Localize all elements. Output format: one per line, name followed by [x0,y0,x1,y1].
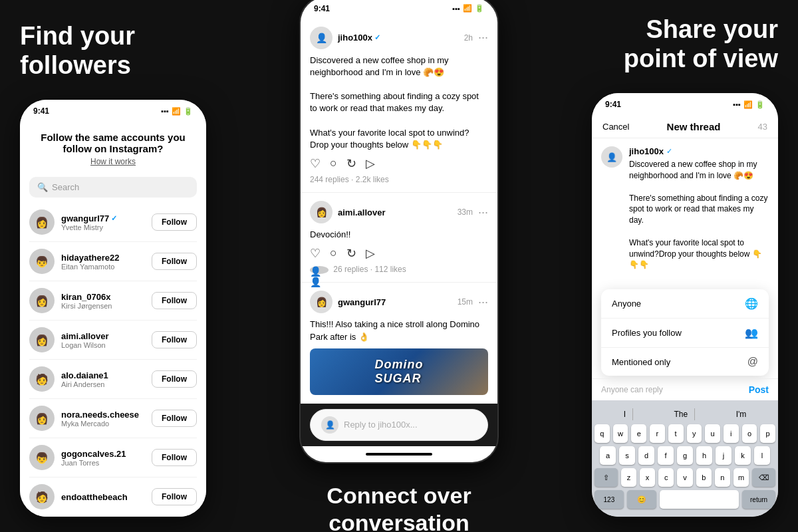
key-t[interactable]: t [668,424,684,443]
keyboard-row-3: ⇧ z x c v b n m ⌫ [595,468,775,487]
post-header: 👩 aimi.allover 33m ··· [310,201,488,223]
user-list: 👩 gwangurl77 ✓ Yvette Mistry Follow 👦 hi… [20,203,206,517]
key-w[interactable]: w [613,424,628,443]
how-it-works-link[interactable]: How it works [31,157,196,166]
middle-title: Connect over conversation [327,482,471,532]
share-icon[interactable]: ▷ [366,246,375,261]
verified-badge: ✓ [374,33,380,42]
privacy-option-following[interactable]: Profiles you follow 👥 [601,319,769,348]
key-h[interactable]: h [696,446,712,465]
left-phone: 9:41 ▪▪▪ 📶 🔋 Follow the same accounts yo… [20,100,206,517]
thread-title: New thread [667,121,721,132]
key-l[interactable]: l [754,446,770,465]
list-item: 👩 gwangurl77 ✓ Yvette Mistry Follow [29,203,197,242]
username: gwangurl77 ✓ [61,213,152,223]
thread-post: 👤 jiho100x ✓ Discovered a new coffee sho… [601,146,769,271]
status-icons: ▪▪▪ 📶 🔋 [733,100,765,109]
middle-status-bar: 9:41 ▪▪▪ 📶 🔋 [301,0,497,19]
post-button[interactable]: Post [749,384,769,395]
key-b[interactable]: b [696,468,712,487]
avatar: 👦 [29,445,55,470]
key-x[interactable]: x [640,468,655,487]
avatar: 👤 [310,27,332,49]
follow-button[interactable]: Follow [152,292,197,309]
comment-icon[interactable]: ○ [330,246,337,261]
post-stats: 244 replies · 2.2k likes [310,175,488,184]
follow-button[interactable]: Follow [152,213,197,231]
key-j[interactable]: j [716,446,732,465]
follow-prompt: Follow the same accounts you follow on I… [31,132,196,154]
char-count: 43 [758,122,767,132]
return-key[interactable]: return [742,490,775,509]
key-m[interactable]: m [733,468,749,487]
follow-button[interactable]: Follow [152,331,197,348]
suggestion-i[interactable]: I [617,408,633,420]
shift-key[interactable]: ⇧ [595,468,618,487]
space-key[interactable] [660,490,739,509]
key-q[interactable]: q [595,424,610,443]
key-d[interactable]: d [638,446,654,465]
numbers-key[interactable]: 123 [595,490,624,509]
mention-icon: @ [747,356,758,368]
follow-button[interactable]: Follow [152,410,197,427]
key-c[interactable]: c [658,468,674,487]
key-n[interactable]: n [715,468,730,487]
username: gogoncalves.21 [61,449,152,459]
key-p[interactable]: p [760,424,775,443]
keyboard: I The I'm q w e r t y u i o p a s d f [592,400,778,517]
key-o[interactable]: o [742,424,757,443]
key-s[interactable]: s [619,446,635,465]
cancel-button[interactable]: Cancel [602,122,629,132]
status-icons: ▪▪▪ 📶 🔋 [452,4,484,13]
follow-button[interactable]: Follow [152,253,197,270]
follow-button[interactable]: Follow [152,488,197,505]
user-info: kiran_0706x Kirsi Jørgensen [61,292,152,310]
key-u[interactable]: u [705,424,720,443]
user-handle: Myka Mercado [61,420,152,428]
post-text: Devoción!! [310,229,488,241]
right-section: Share your point of view 9:41 ▪▪▪ 📶 🔋 Ca… [565,15,778,517]
more-options-icon[interactable]: ··· [478,31,488,45]
privacy-option-mentioned[interactable]: Mentioned only @ [601,348,769,376]
follow-button[interactable]: Follow [152,449,197,466]
post-username: gwangurl77 [338,297,458,307]
reply-bar[interactable]: 👤 Reply to jiho100x... [310,409,488,441]
key-a[interactable]: a [600,446,616,465]
like-icon[interactable]: ♡ [310,156,321,171]
right-status-bar: 9:41 ▪▪▪ 📶 🔋 [592,93,778,113]
key-r[interactable]: r [650,424,665,443]
key-f[interactable]: f [658,446,674,465]
comment-icon[interactable]: ○ [330,156,337,171]
user-info: aimi.allover Logan Wilson [61,331,152,349]
key-k[interactable]: k [735,446,751,465]
key-y[interactable]: y [687,424,702,443]
key-g[interactable]: g [677,446,693,465]
avatar: 🧑 [29,366,55,392]
suggestion-im[interactable]: I'm [730,408,753,420]
key-z[interactable]: z [621,468,636,487]
repost-icon[interactable]: ↻ [346,246,356,261]
share-icon[interactable]: ▷ [366,156,375,171]
search-box[interactable]: 🔍 Search [29,177,197,198]
key-v[interactable]: v [677,468,692,487]
follow-button[interactable]: Follow [152,370,197,388]
list-item: 👩 aimi.allover Logan Wilson Follow [29,321,197,360]
key-i[interactable]: i [724,424,739,443]
like-icon[interactable]: ♡ [310,246,321,261]
repost-icon[interactable]: ↻ [346,156,356,171]
key-e[interactable]: e [631,424,646,443]
user-info: hidayathere22 Eitan Yamamoto [61,253,152,271]
people-icon: 👥 [745,327,758,339]
avatar: 👩 [310,201,332,223]
user-info: gwangurl77 ✓ Yvette Mistry [61,213,152,231]
emoji-key[interactable]: 😊 [627,490,656,509]
post-meta: aimi.allover [338,207,458,217]
privacy-option-anyone[interactable]: Anyone 🌐 [601,289,769,319]
list-item: 👩 kiran_0706x Kirsi Jørgensen Follow [29,281,197,321]
more-options-icon[interactable]: ··· [478,205,488,219]
keyboard-row-4: 123 😊 return [595,490,775,509]
suggestion-the[interactable]: The [668,408,696,420]
delete-key[interactable]: ⌫ [752,468,775,487]
keyboard-row-2: a s d f g h j k l [595,446,775,465]
more-options-icon[interactable]: ··· [478,295,488,309]
